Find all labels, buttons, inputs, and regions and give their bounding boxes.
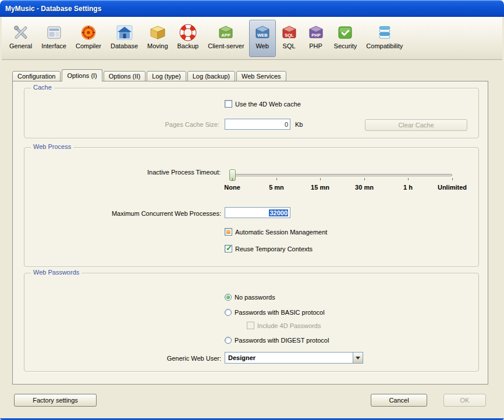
tab-options-2[interactable]: Options (II) [104,71,145,81]
cache-group-caption: Cache [31,84,54,91]
tab-web-services[interactable]: Web Services [236,71,286,81]
checkbox-label: Use the 4D Web cache [235,101,301,108]
slider-tick [320,178,321,180]
radio-label: Passwords with DIGEST protocol [235,337,329,344]
toolbar-item-label: Compatibility [366,42,403,49]
slider-tick-label-none: None [209,184,255,191]
chevron-down-icon [356,357,360,360]
use-web-cache-checkbox[interactable]: Use the 4D Web cache [225,99,301,108]
php-cube-icon: PHP [307,24,325,41]
tab-log-backup[interactable]: Log (backup) [187,71,235,81]
cache-size-unit-label: Kb [295,121,303,128]
interface-icon [45,24,63,41]
radio-circle [225,294,232,301]
slider-tick [276,178,277,180]
toolbar-item-moving[interactable]: Moving [143,20,172,57]
pages-cache-size-field[interactable]: 0 [225,119,290,130]
web-process-group-caption: Web Process [31,143,73,150]
svg-text:SQL: SQL [285,32,294,37]
web-passwords-group-caption: Web Passwords [31,269,81,276]
toolbar-item-client-server[interactable]: APP Client-server [203,20,249,57]
toolbar-item-label: Interface [41,42,66,49]
generic-web-user-label: Generic Web User: [105,355,221,362]
web-passwords-group: Web Passwords No passwords Passwords wit… [24,273,479,372]
slider-tick-label-unlimited: Unlimited [429,184,475,191]
toolbar-item-compatibility[interactable]: Compatibility [361,20,407,57]
radio-circle [225,337,232,344]
basic-protocol-radio[interactable]: Passwords with BASIC protocol [225,308,325,316]
toolbar-item-database[interactable]: Database [106,20,143,57]
lifebuoy-icon [179,24,197,41]
options-1-panel: Cache Use the 4D Web cache Pages Cache S… [12,81,488,385]
generic-web-user-dropdown[interactable]: Designer [225,352,363,364]
checkbox-label: Reuse Temporary Contexts [235,245,313,252]
factory-settings-button[interactable]: Factory settings [14,394,97,407]
security-shield-icon [336,24,354,41]
app-cube-icon: APP [217,24,235,41]
pages-cache-size-value: 0 [285,121,288,128]
slider-tick-label-15mn: 15 mn [297,184,343,191]
toolbar-item-label: Database [111,42,138,49]
radio-label: Passwords with BASIC protocol [235,309,325,316]
checkbox-box [225,228,232,236]
database-house-icon [116,24,133,41]
settings-tabs: Configuration Options (I) Options (II) L… [12,69,288,81]
slider-tick [232,178,233,180]
toolbar-item-general[interactable]: General [5,20,37,57]
checkbox-box [247,322,254,329]
moving-box-icon [149,24,166,41]
toolbar-item-compiler[interactable]: Compiler [71,20,106,57]
cache-group: Cache Use the 4D Web cache Pages Cache S… [24,88,479,138]
pages-cache-size-label: Pages Cache Size: [103,121,219,128]
clear-cache-button[interactable]: Clear Cache [365,119,467,131]
inactive-timeout-slider-track[interactable] [232,174,452,176]
include-4d-passwords-checkbox[interactable]: Include 4D Passwords [247,321,321,330]
toolbar-item-label: General [9,42,32,49]
slider-tick-label-5mn: 5 mn [253,184,300,191]
checkbox-label: Automatic Session Management [235,229,327,236]
toolbar-item-backup[interactable]: Backup [173,20,204,57]
checkbox-label: Include 4D Passwords [257,322,321,329]
toolbar-item-label: Moving [147,42,168,49]
no-passwords-radio[interactable]: No passwords [225,293,275,301]
toolbar-item-label: Web [255,42,268,49]
dropdown-selected-value: Designer [225,353,353,363]
slider-tick [408,178,409,180]
toolbar-item-php[interactable]: PHP PHP [303,20,329,57]
checkbox-box [225,100,232,108]
cancel-button[interactable]: Cancel [371,394,427,407]
toolbar-item-interface[interactable]: Interface [37,20,71,57]
tab-options-1[interactable]: Options (I) [62,69,102,81]
tab-configuration[interactable]: Configuration [12,71,61,81]
toolbar-item-label: PHP [309,42,322,49]
inactive-timeout-label: Inactive Process Timeout: [75,169,221,176]
svg-text:APP: APP [222,32,230,37]
toolbar-item-web[interactable]: WEB Web [249,20,276,57]
max-web-processes-field[interactable]: 32000 [225,207,290,218]
titlebar[interactable]: MyMusic - Database Settings [0,0,504,17]
toolbar-item-label: Security [334,42,357,49]
toolbar-item-label: SQL [283,42,296,49]
toolbar-item-label: Backup [178,42,199,49]
slider-tick [452,178,453,180]
dropdown-button[interactable] [353,353,363,363]
sql-cube-icon: SQL [281,24,298,41]
svg-text:PHP: PHP [311,32,320,37]
tab-log-type[interactable]: Log (type) [147,71,186,81]
digest-protocol-radio[interactable]: Passwords with DIGEST protocol [225,336,329,344]
max-web-processes-value: 32000 [269,209,288,216]
slider-tick-label-1h: 1 h [385,184,431,191]
tools-icon [12,24,30,41]
ok-button[interactable]: OK [443,394,486,407]
toolbar-item-sql[interactable]: SQL SQL [276,20,303,57]
auto-session-checkbox[interactable]: Automatic Session Management [225,227,327,236]
compiler-icon [80,24,97,41]
reuse-contexts-checkbox[interactable]: Reuse Temporary Contexts [225,244,313,253]
max-web-processes-label: Maximum Concurrent Web Processes: [76,210,221,217]
radio-circle [225,309,232,316]
toolbar-item-label: Compiler [76,42,101,49]
toolbar-item-security[interactable]: Security [329,20,362,57]
database-settings-window: MyMusic - Database Settings General [0,0,504,420]
window-title: MyMusic - Database Settings [5,5,101,13]
web-process-group: Web Process Inactive Process Timeout: No… [24,147,479,267]
